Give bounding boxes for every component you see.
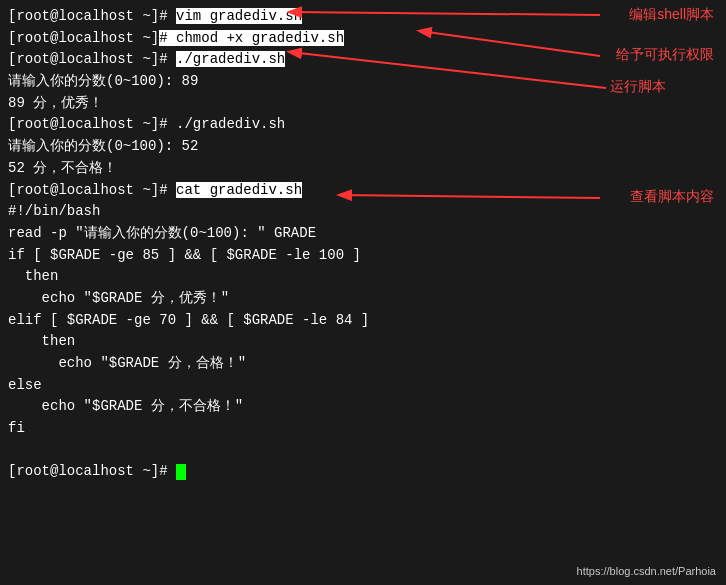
prompt-1: [root@localhost ~]#	[8, 8, 176, 24]
output-5: 89 分，优秀！	[8, 95, 103, 111]
cmd-1: vim gradediv.sh	[176, 8, 302, 24]
line-19: echo "$GRADE 分，不合格！"	[8, 396, 718, 418]
cmd-2: # chmod +x gradediv.sh	[159, 30, 344, 46]
prompt-3: [root@localhost ~]#	[8, 51, 176, 67]
line-13: then	[8, 266, 718, 288]
prompt-9: [root@localhost ~]#	[8, 182, 176, 198]
line-15: elif [ $GRADE -ge 70 ] && [ $GRADE -le 8…	[8, 310, 718, 332]
line-11: read -p "请输入你的分数(0~100): " GRADE	[8, 223, 718, 245]
cmd-3: ./gradediv.sh	[176, 51, 285, 67]
line-16: then	[8, 331, 718, 353]
line-7: 请输入你的分数(0~100): 52	[8, 136, 718, 158]
annotation-run: 运行脚本	[610, 78, 666, 96]
line-14: echo "$GRADE 分，优秀！"	[8, 288, 718, 310]
annotation-edit: 编辑shell脚本	[629, 6, 714, 24]
line-last: [root@localhost ~]#	[8, 461, 718, 483]
line-9: [root@localhost ~]# cat gradediv.sh	[8, 180, 718, 202]
output-14: echo "$GRADE 分，优秀！"	[8, 290, 229, 306]
output-7: 请输入你的分数(0~100): 52	[8, 138, 198, 154]
line-5: 89 分，优秀！	[8, 93, 718, 115]
prompt-6: [root@localhost ~]#	[8, 116, 176, 132]
output-4: 请输入你的分数(0~100): 89	[8, 73, 198, 89]
line-1: [root@localhost ~]# vim gradediv.sh	[8, 6, 718, 28]
blank-line	[8, 440, 718, 462]
annotation-chmod: 给予可执行权限	[616, 46, 714, 64]
output-12: if [ $GRADE -ge 85 ] && [ $GRADE -le 100…	[8, 247, 361, 263]
output-13: then	[8, 268, 58, 284]
output-fi: fi	[8, 420, 25, 436]
line-2: [root@localhost ~]# chmod +x gradediv.sh	[8, 28, 718, 50]
line-3: [root@localhost ~]# ./gradediv.sh	[8, 49, 718, 71]
output-15: elif [ $GRADE -ge 70 ] && [ $GRADE -le 8…	[8, 312, 369, 328]
line-10: #!/bin/bash	[8, 201, 718, 223]
prompt-last: [root@localhost ~]#	[8, 463, 176, 479]
cursor	[176, 464, 186, 480]
line-20: fi	[8, 418, 718, 440]
line-8: 52 分，不合格！	[8, 158, 718, 180]
prompt-2: [root@localhost ~]	[8, 30, 159, 46]
line-12: if [ $GRADE -ge 85 ] && [ $GRADE -le 100…	[8, 245, 718, 267]
cmd-6: ./gradediv.sh	[176, 116, 285, 132]
line-6: [root@localhost ~]# ./gradediv.sh	[8, 114, 718, 136]
output-10: #!/bin/bash	[8, 203, 100, 219]
terminal-window: [root@localhost ~]# vim gradediv.sh [roo…	[0, 0, 726, 585]
line-18: else	[8, 375, 718, 397]
line-17: echo "$GRADE 分，合格！"	[8, 353, 718, 375]
cmd-9: cat gradediv.sh	[176, 182, 302, 198]
annotation-cat: 查看脚本内容	[630, 188, 714, 206]
output-8: 52 分，不合格！	[8, 160, 117, 176]
output-18: else	[8, 377, 42, 393]
watermark: https://blog.csdn.net/Parhoia	[577, 565, 716, 577]
output-17: echo "$GRADE 分，合格！"	[8, 355, 246, 371]
output-19: echo "$GRADE 分，不合格！"	[8, 398, 243, 414]
output-11: read -p "请输入你的分数(0~100): " GRADE	[8, 225, 316, 241]
output-16: then	[8, 333, 75, 349]
